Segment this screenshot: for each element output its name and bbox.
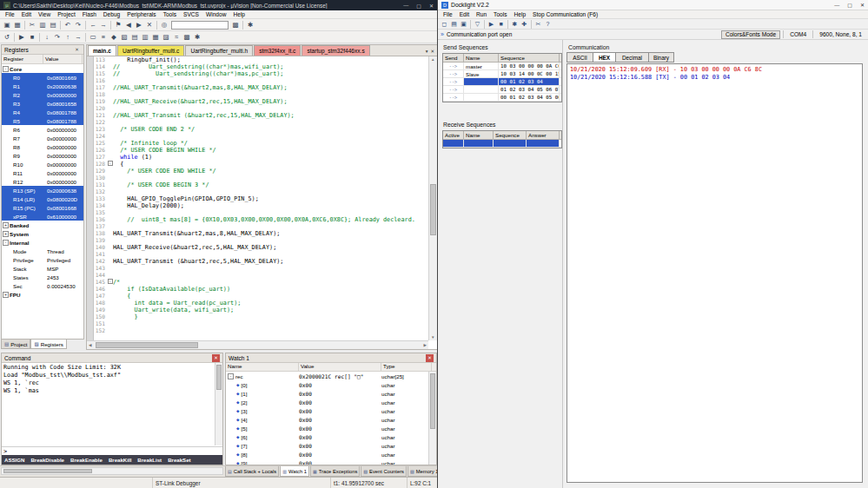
editor-body[interactable]: 113 Ringbuf_init();114// Uart_sendstring… <box>87 56 428 340</box>
register-row-r8[interactable]: R80x00000000 <box>2 142 83 151</box>
scrollbar-thumb[interactable] <box>3 469 92 473</box>
bookmark-icon[interactable]: ⚑ <box>113 20 123 30</box>
dock-tab-event-counters[interactable]: ▧Event Counters <box>361 466 407 477</box>
register-row-stack[interactable]: StackMSP <box>2 264 83 273</box>
scrollbar-thumb[interactable] <box>216 365 222 390</box>
watch-row-0[interactable]: ◆[0]0x00uchar <box>226 380 436 389</box>
dock-menu-run[interactable]: Run <box>473 11 490 17</box>
command-input[interactable] <box>7 448 222 455</box>
undo-icon[interactable]: ↶ <box>63 20 73 30</box>
register-group-system[interactable]: +System <box>2 229 83 238</box>
tree-expander-icon[interactable]: - <box>3 240 9 246</box>
register-row-r0[interactable]: R00x08001669 <box>2 73 83 82</box>
code-line-134[interactable]: 134 HAL_Delay(2000); <box>94 202 428 209</box>
help-icon[interactable]: ? <box>543 19 553 29</box>
clear-bookmarks-icon[interactable]: ✕ <box>144 20 155 30</box>
code-line-135[interactable]: 135 <box>94 209 428 216</box>
keil-menu-edit[interactable]: Edit <box>18 11 35 17</box>
register-group-fpu[interactable]: +FPU <box>2 290 83 299</box>
keil-menu-flash[interactable]: Flash <box>79 11 100 17</box>
register-group-core[interactable]: -Core <box>2 64 83 73</box>
dock-menu-stop-communication-f6[interactable]: Stop Communication (F6) <box>529 11 601 17</box>
find-icon[interactable]: ◎ <box>159 20 169 30</box>
next-bookmark-icon[interactable]: ▶ <box>134 20 144 30</box>
dock-menu-edit[interactable]: Edit <box>456 11 473 17</box>
watch-row-2[interactable]: ◆[2]0x00uchar <box>226 398 436 406</box>
tab-scroll-icon[interactable]: ▾ <box>426 49 428 54</box>
code-line-149[interactable]: 149 Uart_write(data, wifi_uart); <box>94 307 428 313</box>
system-viewer-icon[interactable]: ▩ <box>182 32 192 43</box>
fold-marker-icon[interactable]: - <box>107 279 113 286</box>
receive-row-0[interactable] <box>443 140 561 148</box>
register-row-xpsr[interactable]: xPSR0x61000000 <box>2 212 83 221</box>
code-line-118[interactable]: 118 <box>94 91 428 98</box>
register-row-r6[interactable]: R60x00000000 <box>2 125 83 134</box>
find-in-files-icon[interactable]: ▩ <box>230 20 241 30</box>
command-shortcut-breakkill[interactable]: BreakKill <box>109 457 131 463</box>
configure-icon[interactable]: ✱ <box>245 20 255 30</box>
save-project-icon[interactable]: ▣ <box>459 19 468 29</box>
docklight-close-button[interactable]: ✕ <box>860 2 865 8</box>
editor-horizontal-scrollbar[interactable]: ◀ ▶ <box>87 340 428 349</box>
format-tab-ascii[interactable]: ASCII <box>567 52 593 63</box>
send-arrow-icon[interactable]: --> <box>443 70 464 77</box>
code-line-123[interactable]: 123 /* USER CODE END 2 */ <box>94 126 428 133</box>
keil-close-button[interactable]: ✕ <box>429 3 434 9</box>
tree-expander-icon[interactable]: + <box>3 292 9 298</box>
file-tab-main-c[interactable]: main.c <box>88 45 116 56</box>
command-close-icon[interactable]: ✕ <box>212 354 220 362</box>
fold-marker-icon[interactable]: - <box>107 161 113 168</box>
code-line-132[interactable]: 132 <box>94 188 428 195</box>
scroll-up-icon[interactable]: ▲ <box>431 57 434 62</box>
register-row-r3[interactable]: R30x08001658 <box>2 99 83 108</box>
dock-tab-watch-1[interactable]: ▥Watch 1 <box>280 466 309 477</box>
panel-tab-project[interactable]: ▤Project <box>1 340 30 349</box>
code-line-113[interactable]: 113 Ringbuf_init(); <box>94 56 428 63</box>
watch-vertical-scrollbar[interactable] <box>428 372 436 465</box>
watch-row-6[interactable]: ◆[6]0x00uchar <box>226 432 436 441</box>
dock-menu-file[interactable]: File <box>440 11 456 17</box>
file-tab-stm32f4xx-it-c[interactable]: stm32f4xx_it.c <box>254 45 301 56</box>
tree-expander-icon[interactable]: + <box>3 231 9 237</box>
scroll-right-icon[interactable]: ▶ <box>424 343 427 347</box>
code-line-126[interactable]: 126 /* USER CODE BEGIN WHILE */ <box>94 147 428 154</box>
code-line-140[interactable]: 140HAL_UART_Receive(&huart2,rec,5,HAL_MA… <box>94 244 428 251</box>
code-line-119[interactable]: 119//HAL_UART_Receive(&huart2,rec,15,HAL… <box>94 98 428 105</box>
comm-settings-icon[interactable]: ✚ <box>520 19 529 29</box>
file-tab-uartringbuffer-multi-h[interactable]: UartRingbuffer_multi.h <box>185 45 253 56</box>
register-row-r5[interactable]: R50x08001788 <box>2 116 83 125</box>
register-row-r15-pc[interactable]: R15 (PC)0x08001668 <box>2 203 83 212</box>
editor-vertical-scrollbar[interactable]: ▲ ▼ <box>428 56 437 340</box>
copy-icon[interactable]: ▥ <box>37 20 48 30</box>
keil-menu-help[interactable]: Help <box>229 11 248 17</box>
panel-tab-registers[interactable]: ▧Registers <box>30 340 66 349</box>
code-line-150[interactable]: 150 } <box>94 313 428 320</box>
code-line-124[interactable]: 124 <box>94 133 428 140</box>
code-line-130[interactable]: 130 <box>94 175 428 181</box>
step-icon[interactable]: ↓ <box>42 32 52 43</box>
scroll-down-icon[interactable]: ▼ <box>431 335 434 340</box>
keil-menu-tools[interactable]: Tools <box>160 11 180 17</box>
symbol-window-icon[interactable]: ◆ <box>109 32 119 43</box>
run-icon[interactable]: ▶ <box>17 32 27 43</box>
colors-fonts-mode-button[interactable]: Colors&Fonts Mode <box>721 30 780 39</box>
watch-row-7[interactable]: ◆[7]0x00uchar <box>226 441 436 450</box>
send-arrow-icon[interactable]: --> <box>443 94 464 101</box>
code-line-143[interactable]: 143 <box>94 265 428 272</box>
tab-close-icon[interactable]: ✕ <box>430 49 434 54</box>
code-line-151[interactable]: 151 <box>94 320 428 327</box>
code-line-114[interactable]: 114// Uart_sendstring((char*)mas,wifi_ua… <box>94 63 428 70</box>
registers-window-icon[interactable]: ▧ <box>119 32 129 43</box>
keil-menu-window[interactable]: Window <box>202 11 229 17</box>
code-line-115[interactable]: 115// Uart_sendstring((char*)mas,pc_uart… <box>94 70 428 77</box>
code-line-120[interactable]: 120 <box>94 105 428 112</box>
command-horizontal-scrollbar[interactable] <box>1 467 223 475</box>
paste-icon[interactable]: ▤ <box>48 20 58 30</box>
watch-row-8[interactable]: ◆[8]0x00uchar <box>226 450 436 458</box>
communication-wizard-icon[interactable]: ✱ <box>510 19 520 29</box>
code-line-121[interactable]: 121//HAL_UART_Transmit (&huart2,rec,15,H… <box>94 112 428 119</box>
step-out-icon[interactable]: ↑ <box>63 32 73 43</box>
run-to-cursor-icon[interactable]: → <box>73 32 83 43</box>
send-row-4[interactable]: -->00 01 02 03 04 05 06 07 08 09 <box>443 94 561 102</box>
stop-icon[interactable]: ■ <box>27 32 37 43</box>
